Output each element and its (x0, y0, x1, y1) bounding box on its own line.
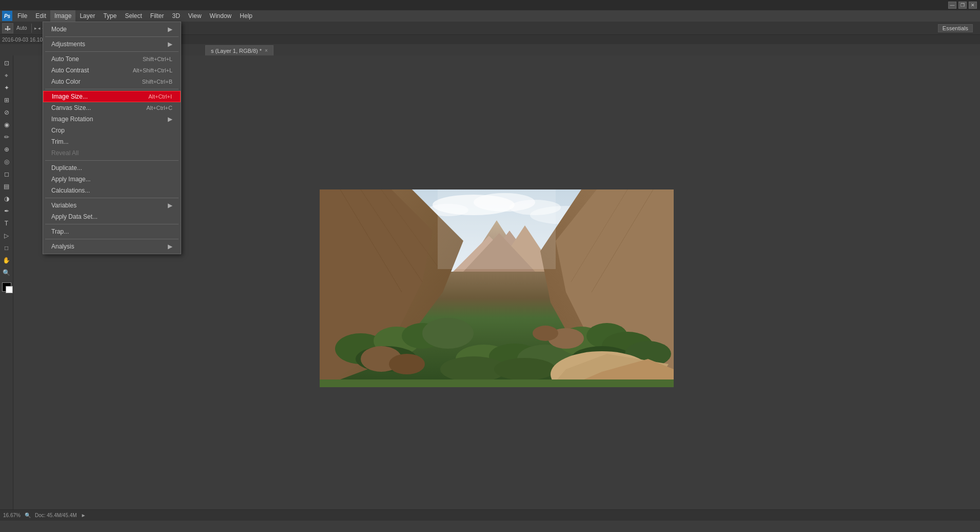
menu-auto-color[interactable]: Auto Color Shift+Ctrl+B (43, 76, 181, 87)
menu-mode-label: Mode (51, 26, 168, 33)
image-menu-dropdown: Mode ▶ Adjustments ▶ Auto Tone Shift+Ctr… (43, 22, 181, 254)
tool-clone[interactable]: ⊕ (1, 144, 12, 155)
menu-duplicate[interactable]: Duplicate... (43, 162, 181, 174)
restore-button[interactable]: ❐ (958, 2, 967, 9)
background-color[interactable] (6, 286, 13, 293)
svg-point-41 (389, 354, 425, 374)
menu-calculations[interactable]: Calculations... (43, 185, 181, 196)
menu-view[interactable]: View (184, 10, 206, 22)
zoom-level: 16.67% (3, 512, 21, 518)
zoom-icon: 🔍 (25, 512, 31, 518)
tool-move[interactable] (2, 23, 13, 33)
menu-variables-label: Variables (51, 202, 168, 209)
menu-trim-label: Trim... (51, 138, 172, 145)
menu-analysis-label: Analysis (51, 243, 168, 250)
tool-path-select[interactable]: ▷ (1, 230, 12, 241)
menu-apply-data-set[interactable]: Apply Data Set... (43, 211, 181, 222)
divider-5 (45, 198, 179, 198)
menu-auto-contrast[interactable]: Auto Contrast Alt+Shift+Ctrl+L (43, 65, 181, 76)
divider-7 (45, 239, 179, 239)
menu-help[interactable]: Help (236, 10, 257, 22)
menu-layer[interactable]: Layer (75, 10, 99, 22)
tool-spot-heal[interactable]: ◉ (1, 119, 12, 130)
menu-reveal-all-label: Reveal All (51, 149, 172, 157)
menu-image-size-label: Image Size... (52, 93, 138, 100)
tool-eyedropper[interactable]: ⊘ (1, 107, 12, 118)
menu-variables-arrow: ▶ (168, 202, 172, 209)
menu-calculations-label: Calculations... (51, 187, 172, 194)
menu-analysis[interactable]: Analysis ▶ (43, 241, 181, 252)
tool-brush[interactable]: ✏ (1, 131, 12, 143)
tool-gradient[interactable]: ▤ (1, 181, 12, 192)
menu-trap-label: Trap... (51, 228, 172, 235)
menu-mode[interactable]: Mode ▶ (43, 24, 181, 35)
tab-close-button[interactable]: × (265, 48, 268, 53)
divider-4 (45, 160, 179, 161)
menu-trap[interactable]: Trap... (43, 226, 181, 237)
menu-3d[interactable]: 3D (168, 10, 184, 22)
tool-crop[interactable]: ⊞ (1, 94, 12, 106)
menu-analysis-arrow: ▶ (168, 243, 172, 250)
menu-crop-label: Crop (51, 127, 172, 134)
menu-canvas-size[interactable]: Canvas Size... Alt+Ctrl+C (43, 102, 181, 113)
doc-info-arrow[interactable]: ► (81, 512, 86, 518)
menu-image-rotation[interactable]: Image Rotation ▶ (43, 113, 181, 125)
divider-6 (45, 224, 179, 224)
menu-trim[interactable]: Trim... (43, 136, 181, 147)
menu-image-rotation-arrow: ▶ (168, 116, 172, 123)
move-icon (5, 25, 11, 31)
tool-magic-wand[interactable]: ✦ (1, 82, 12, 93)
document-tab[interactable]: s (Layer 1, RGB/8) * × (205, 45, 273, 55)
divider-1 (45, 36, 179, 37)
foreground-color[interactable] (2, 282, 11, 292)
menu-mode-arrow: ▶ (168, 26, 172, 33)
ps-logo: Ps (2, 11, 12, 21)
menu-filter[interactable]: Filter (146, 10, 168, 22)
tool-dodge[interactable]: ◑ (1, 193, 12, 204)
menu-auto-tone[interactable]: Auto Tone Shift+Ctrl+L (43, 53, 181, 65)
menu-window[interactable]: Window (206, 10, 236, 22)
tool-zoom[interactable]: 🔍 (1, 267, 12, 278)
menu-variables[interactable]: Variables ▶ (43, 200, 181, 211)
menu-select[interactable]: Select (121, 10, 146, 22)
menu-image-rotation-label: Image Rotation (51, 116, 168, 123)
divider-3 (45, 89, 179, 89)
menu-auto-contrast-shortcut: Alt+Shift+Ctrl+L (133, 67, 172, 73)
menu-bar: Ps File Edit Image Layer Type Select Fil… (0, 10, 980, 22)
menu-image[interactable]: Image (50, 10, 75, 22)
tool-history[interactable]: ◎ (1, 156, 12, 167)
svg-marker-0 (5, 26, 11, 31)
canvas-image (320, 189, 674, 387)
menu-type[interactable]: Type (99, 10, 121, 22)
menu-auto-color-label: Auto Color (51, 78, 132, 85)
menu-auto-color-shortcut: Shift+Ctrl+B (142, 79, 172, 85)
menu-adjustments[interactable]: Adjustments ▶ (43, 39, 181, 50)
menu-auto-tone-label: Auto Tone (51, 55, 132, 63)
svg-point-43 (533, 326, 558, 341)
menu-apply-image[interactable]: Apply Image... (43, 174, 181, 185)
svg-rect-44 (320, 379, 674, 387)
tool-rectangle-select[interactable]: ⊡ (1, 58, 12, 69)
minimize-button[interactable]: — (948, 2, 956, 9)
tab-label: s (Layer 1, RGB/8) * (211, 48, 262, 54)
menu-reveal-all: Reveal All (43, 147, 181, 159)
svg-rect-45 (438, 189, 556, 269)
tool-lasso[interactable]: ⌖ (1, 70, 12, 81)
workspace-selector[interactable]: Essentials (938, 24, 973, 32)
menu-file[interactable]: File (13, 10, 31, 22)
close-button[interactable]: ✕ (969, 2, 977, 9)
tool-eraser[interactable]: ◻ (1, 168, 12, 180)
menu-image-size[interactable]: Image Size... Alt+Ctrl+I (43, 91, 181, 102)
menu-edit[interactable]: Edit (31, 10, 50, 22)
title-bar-controls: — ❐ ✕ (948, 2, 977, 9)
tool-type-text[interactable]: T (1, 218, 12, 229)
tool-hand[interactable]: ✋ (1, 255, 12, 266)
title-bar: — ❐ ✕ (0, 0, 980, 10)
tool-pen[interactable]: ✒ (1, 205, 12, 217)
svg-point-30 (494, 358, 556, 381)
menu-duplicate-label: Duplicate... (51, 164, 172, 172)
tool-shape[interactable]: □ (1, 242, 12, 254)
menu-crop[interactable]: Crop (43, 125, 181, 136)
menu-auto-contrast-label: Auto Contrast (51, 67, 123, 74)
auto-label[interactable]: Auto (15, 25, 29, 31)
